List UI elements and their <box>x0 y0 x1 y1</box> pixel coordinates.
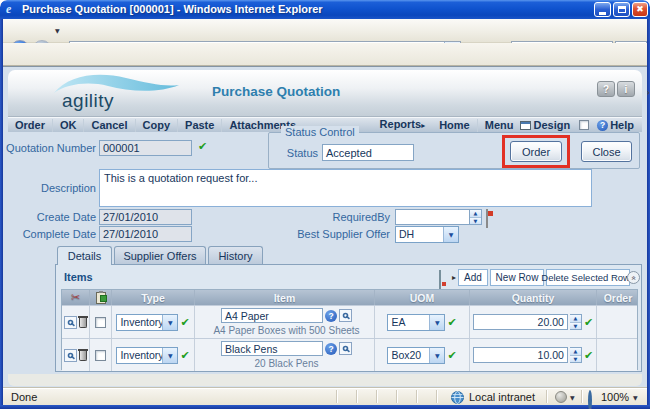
security-zone-text: Local intranet <box>469 391 535 403</box>
item-description: 20 Black Pens <box>255 358 319 369</box>
item-input[interactable]: Black Pens <box>221 341 323 356</box>
valid-check-icon: ✔ <box>180 350 189 361</box>
column-header-uom: UOM <box>375 290 470 305</box>
item-help-icon[interactable]: ? <box>325 343 337 355</box>
row-checkbox[interactable] <box>95 350 106 361</box>
delete-selected-rows-button[interactable]: Delete Selected Rows <box>546 269 630 286</box>
preview-row-icon[interactable] <box>64 349 77 362</box>
table-row: Inventory▼✔ A4 Paper? A4 Paper Boxes wit… <box>62 305 637 338</box>
cut-column-header: ✂ <box>62 290 90 305</box>
minimize-button[interactable] <box>594 2 611 17</box>
valid-check-icon: ✔ <box>447 350 456 361</box>
export-arrow-icon[interactable]: ▸ <box>452 273 456 282</box>
app-help-button[interactable]: ? <box>597 81 615 97</box>
help-icon: ? <box>597 120 608 131</box>
window-title: Purchase Quotation [000001] - Windows In… <box>22 3 323 15</box>
paste-column-header <box>90 290 112 305</box>
required-by-label: RequiredBy <box>300 211 390 223</box>
safety-filter-icon[interactable] <box>555 391 567 403</box>
items-section-title: Items <box>64 271 93 283</box>
status-input[interactable]: Accepted <box>322 144 414 161</box>
browser-window: e Purchase Quotation [000001] - Windows … <box>0 0 650 409</box>
close-form-button[interactable]: Close <box>581 141 632 162</box>
create-date-input[interactable]: 27/01/2010 <box>99 209 192 225</box>
window-frame-bottom <box>0 405 650 409</box>
calendar-icon[interactable] <box>486 209 488 228</box>
menu-ok[interactable]: OK <box>53 119 85 132</box>
menu-cancel[interactable]: Cancel <box>84 119 135 132</box>
quotation-number-input[interactable]: 000001 <box>99 140 192 156</box>
quantity-spinner[interactable]: ▲▼ <box>570 314 582 330</box>
column-header-order: Order <box>597 290 639 305</box>
tab-details[interactable]: Details <box>57 246 112 265</box>
order-cell <box>597 306 639 338</box>
zoom-icon[interactable] <box>588 390 592 409</box>
delete-row-icon[interactable] <box>79 351 87 361</box>
menu-reports[interactable]: Reports▸ <box>373 118 433 132</box>
description-label: Description <box>28 182 96 194</box>
new-row-button[interactable]: New Row <box>490 269 544 286</box>
menu-paste[interactable]: Paste <box>178 119 222 132</box>
best-supplier-offer-label: Best Supplier Offer <box>266 228 390 240</box>
preview-row-icon[interactable] <box>64 316 77 329</box>
complete-date-input[interactable]: 27/01/2010 <box>99 226 192 242</box>
maximize-button[interactable] <box>613 2 630 17</box>
agility-logo-text: agility <box>62 90 114 112</box>
chevron-down-icon: ▼ <box>168 319 173 326</box>
close-icon: ✖ <box>636 5 644 14</box>
item-lookup-icon[interactable] <box>339 342 352 355</box>
best-supplier-offer-select[interactable]: DH▼ <box>395 226 459 243</box>
paste-icon[interactable] <box>96 292 106 304</box>
address-toolbar: ← → ▼ e http://ursus/agility33demo/Detai… <box>3 19 647 43</box>
chevron-down-icon[interactable]: ▼ <box>570 395 575 401</box>
design-icon <box>520 121 531 130</box>
tab-supplier-offers[interactable]: Supplier Offers <box>114 246 206 264</box>
items-grid: ✂ Type Item UOM Quantity Order Inventory… <box>61 289 638 370</box>
item-lookup-icon[interactable] <box>339 309 352 322</box>
app-footer-strip <box>8 374 642 386</box>
type-select[interactable]: Inventory▼ <box>116 314 178 331</box>
close-button[interactable]: ✖ <box>632 2 648 17</box>
select-arrow-button: ▼ <box>443 227 458 242</box>
chevron-down-icon[interactable]: ▼ <box>633 395 638 401</box>
add-button[interactable]: Add <box>458 269 488 286</box>
history-dropdown-icon[interactable]: ▼ <box>55 28 60 34</box>
quantity-input[interactable]: 10.00 <box>473 347 568 363</box>
menu-order[interactable]: Order <box>8 119 53 132</box>
quantity-input[interactable]: 20.00 <box>473 314 568 330</box>
chevron-down-icon: ▼ <box>449 231 454 238</box>
valid-check-icon: ✔ <box>180 317 189 328</box>
uom-select[interactable]: Box20▼ <box>387 347 445 364</box>
menu-home[interactable]: Home <box>432 119 478 132</box>
required-by-input[interactable] <box>395 209 470 225</box>
menu-menu[interactable]: Menu <box>478 119 521 132</box>
menu-help[interactable]: Help <box>608 119 642 132</box>
chevron-down-icon: ▼ <box>168 352 173 359</box>
delete-row-icon[interactable] <box>79 318 87 328</box>
cut-icon[interactable]: ✂ <box>71 291 80 304</box>
menu-design[interactable]: Design <box>533 119 577 132</box>
tab-history[interactable]: History <box>208 246 263 264</box>
type-select[interactable]: Inventory▼ <box>116 347 178 364</box>
valid-check-icon: ✔ <box>584 317 593 328</box>
collapse-section-icon[interactable]: « <box>627 271 640 284</box>
description-textarea[interactable]: This is a quotation request for... <box>99 169 592 207</box>
annotation-highlight-rectangle <box>502 135 570 168</box>
export-grid-icon[interactable] <box>439 270 441 289</box>
design-checkbox[interactable] <box>579 120 589 130</box>
row-checkbox[interactable] <box>95 317 106 328</box>
required-by-spinner[interactable]: ▲▼ <box>470 209 482 225</box>
uom-select[interactable]: EA▼ <box>387 314 445 331</box>
column-header-type: Type <box>112 290 195 305</box>
item-input[interactable]: A4 Paper <box>221 308 323 323</box>
page-title: Purchase Quotation <box>212 84 340 99</box>
quantity-spinner[interactable]: ▲▼ <box>570 347 582 363</box>
menu-copy[interactable]: Copy <box>136 119 179 132</box>
order-cell <box>597 339 639 371</box>
item-description: A4 Paper Boxes with 500 Sheets <box>213 325 359 336</box>
app-info-button[interactable]: i <box>617 81 635 97</box>
chevron-down-icon: ▼ <box>435 352 440 359</box>
zoom-level-text[interactable]: 100% <box>601 391 629 403</box>
create-date-label: Create Date <box>24 211 96 223</box>
item-help-icon[interactable]: ? <box>325 310 337 322</box>
